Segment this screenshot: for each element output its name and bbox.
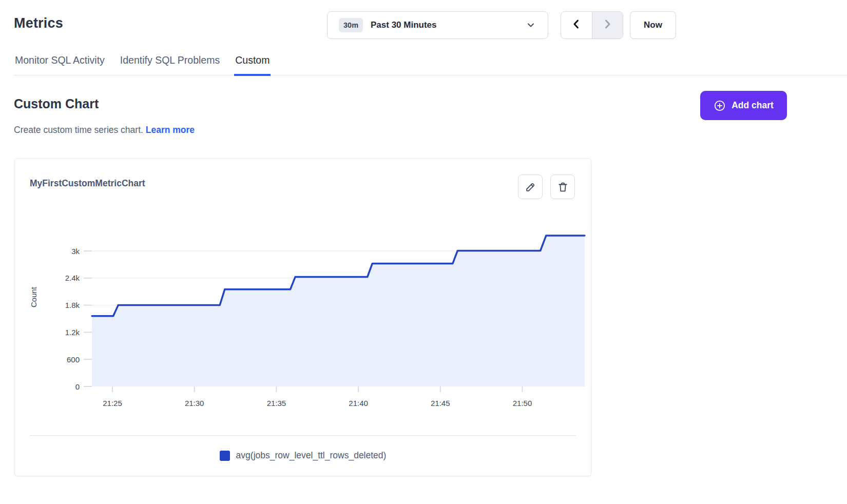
- add-chart-label: Add chart: [732, 100, 774, 111]
- tab-custom[interactable]: Custom: [234, 54, 271, 76]
- tab-identify-sql-problems[interactable]: Identify SQL Problems: [119, 54, 221, 76]
- page-title: Metrics: [14, 15, 63, 31]
- delete-chart-button[interactable]: [550, 175, 575, 199]
- legend-swatch: [220, 451, 230, 461]
- pencil-icon: [524, 181, 537, 193]
- svg-text:0: 0: [75, 382, 80, 391]
- legend-divider: [30, 435, 576, 436]
- section-subtitle: Create custom time series chart. Learn m…: [14, 125, 195, 135]
- svg-text:Count: Count: [29, 286, 38, 307]
- time-nav-group: [561, 11, 623, 39]
- custom-metric-chart-card: MyFirstCustomMetricChart 06001.2k1.8k2.4…: [14, 158, 591, 476]
- svg-text:2.4k: 2.4k: [65, 274, 80, 282]
- time-range-dropdown[interactable]: 30m Past 30 Minutes: [327, 11, 548, 39]
- svg-text:21:25: 21:25: [103, 399, 122, 408]
- legend-series-label: avg(jobs_row_level_ttl_rows_deleted): [236, 450, 387, 461]
- learn-more-link[interactable]: Learn more: [146, 125, 195, 135]
- plus-circle-icon: [714, 100, 726, 112]
- edit-chart-button[interactable]: [518, 175, 543, 199]
- time-range-badge: 30m: [339, 18, 363, 32]
- section-title: Custom Chart: [14, 96, 99, 111]
- svg-text:21:35: 21:35: [267, 399, 286, 408]
- chart-legend[interactable]: avg(jobs_row_level_ttl_rows_deleted): [15, 450, 591, 461]
- svg-text:21:30: 21:30: [185, 399, 204, 408]
- chart-card-title: MyFirstCustomMetricChart: [30, 178, 145, 189]
- svg-text:600: 600: [67, 355, 80, 364]
- svg-text:21:50: 21:50: [513, 399, 532, 408]
- custom-chart-canvas: 06001.2k1.8k2.4k3k21:2521:3021:3521:4021…: [15, 211, 592, 416]
- chevron-down-icon: [526, 21, 535, 30]
- tab-monitor-sql-activity[interactable]: Monitor SQL Activity: [14, 54, 106, 76]
- next-time-button[interactable]: [592, 12, 623, 38]
- chevron-left-icon: [571, 18, 582, 32]
- time-range-label: Past 30 Minutes: [371, 20, 437, 30]
- svg-text:1.8k: 1.8k: [65, 301, 80, 309]
- svg-text:3k: 3k: [71, 247, 80, 256]
- prev-time-button[interactable]: [561, 12, 592, 38]
- svg-text:21:45: 21:45: [431, 399, 450, 408]
- svg-text:21:40: 21:40: [349, 399, 368, 408]
- add-chart-button[interactable]: Add chart: [700, 91, 787, 120]
- svg-text:1.2k: 1.2k: [65, 328, 80, 337]
- metrics-tabs: Monitor SQL Activity Identify SQL Proble…: [14, 54, 847, 75]
- chevron-right-icon: [602, 18, 613, 32]
- now-button[interactable]: Now: [630, 11, 676, 39]
- trash-icon: [556, 181, 569, 193]
- section-subtitle-text: Create custom time series chart.: [14, 125, 143, 135]
